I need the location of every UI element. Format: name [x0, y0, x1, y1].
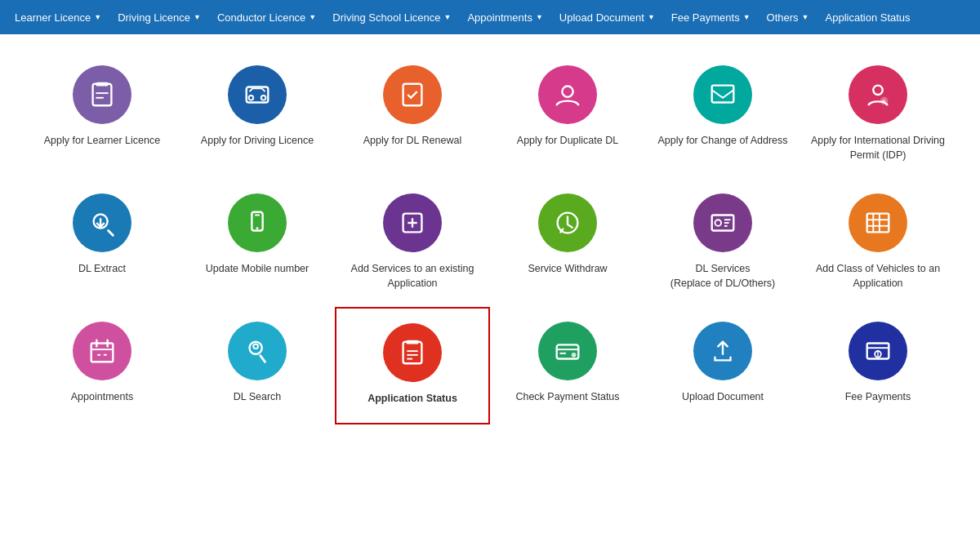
check-payment-label: Check Payment Status — [515, 390, 619, 405]
grid-item-dl-services[interactable]: DL Services(Replace of DL/Others) — [645, 179, 800, 307]
grid-item-upload-document[interactable]: Upload Document — [645, 307, 800, 424]
dl-services-icon — [693, 193, 752, 252]
svg-text:+: + — [882, 97, 886, 105]
upload-document-icon — [693, 322, 752, 380]
grid-item-apply-idp[interactable]: + Apply for International Driving Permit… — [800, 51, 956, 179]
service-withdraw-label: Service Withdraw — [528, 262, 607, 277]
add-class-vehicles-icon — [849, 193, 907, 252]
dl-extract-icon — [73, 193, 131, 252]
nav-item-conductor-licence[interactable]: Conductor Licence ▼ — [209, 0, 324, 34]
apply-idp-icon: + — [849, 65, 907, 124]
upload-document-label: Upload Document — [682, 390, 764, 405]
apply-change-address-label: Apply for Change of Address — [657, 134, 787, 149]
apply-duplicate-dl-label: Apply for Duplicate DL — [517, 134, 618, 149]
dl-search-label: DL Search — [234, 390, 282, 405]
grid-item-dl-extract[interactable]: DL Extract — [24, 179, 180, 307]
apply-driving-label: Apply for Driving Licence — [201, 134, 314, 149]
svg-rect-39 — [403, 342, 422, 364]
svg-point-6 — [261, 96, 266, 100]
grid-item-apply-dl-renewal[interactable]: Apply for DL Renewal — [335, 51, 490, 179]
nav-item-driving-licence[interactable]: Driving Licence ▼ — [109, 0, 209, 34]
application-status-icon — [383, 323, 442, 382]
grid-item-appointments[interactable]: Appointments — [24, 307, 180, 424]
grid-item-update-mobile[interactable]: Update Mobile number — [180, 179, 335, 307]
nav-item-upload-document[interactable]: Upload Document ▼ — [551, 0, 663, 34]
nav-dropdown-arrow: ▼ — [309, 13, 316, 21]
nav-item-appointments[interactable]: Appointments ▼ — [459, 0, 550, 34]
svg-rect-1 — [96, 82, 108, 87]
nav-dropdown-arrow: ▼ — [648, 13, 655, 21]
svg-point-38 — [253, 344, 258, 349]
dl-services-label: DL Services(Replace of DL/Others) — [670, 262, 776, 291]
apply-idp-label: Apply for International Driving Permit (… — [808, 134, 947, 162]
grid-item-apply-driving[interactable]: Apply for Driving Licence — [180, 51, 335, 179]
grid-item-add-class-vehicles[interactable]: Add Class of Vehicles to an Application — [800, 179, 956, 307]
svg-point-5 — [249, 96, 254, 100]
nav-item-driving-school-licence[interactable]: Driving School Licence ▼ — [324, 0, 459, 34]
svg-rect-31 — [91, 344, 114, 362]
update-mobile-icon — [228, 193, 287, 252]
svg-point-46 — [572, 353, 577, 358]
main-nav: Learner Licence ▼ Driving Licence ▼ Cond… — [0, 0, 980, 34]
nav-dropdown-arrow: ▼ — [802, 13, 809, 21]
nav-item-learner-licence[interactable]: Learner Licence ▼ — [7, 0, 109, 34]
appointments-icon — [73, 322, 131, 380]
svg-rect-26 — [867, 214, 889, 233]
svg-point-10 — [873, 86, 882, 95]
update-mobile-label: Update Mobile number — [206, 262, 309, 277]
dl-extract-label: DL Extract — [78, 262, 126, 277]
dl-search-icon — [228, 322, 287, 380]
add-class-vehicles-label: Add Class of Vehicles to an Application — [808, 262, 947, 291]
grid-item-add-services[interactable]: Add Services to an existing Application — [335, 179, 490, 307]
grid-item-service-withdraw[interactable]: Service Withdraw — [490, 179, 645, 307]
service-withdraw-icon — [538, 193, 597, 252]
grid-item-apply-change-address[interactable]: Apply for Change of Address — [645, 51, 800, 179]
svg-point-8 — [562, 87, 572, 97]
svg-rect-40 — [406, 340, 418, 344]
nav-dropdown-arrow: ▼ — [536, 13, 543, 21]
apply-change-address-icon — [693, 65, 752, 124]
nav-dropdown-arrow: ▼ — [743, 13, 751, 21]
check-payment-icon — [538, 322, 597, 380]
add-services-label: Add Services to an existing Application — [343, 262, 482, 291]
svg-point-15 — [256, 227, 259, 229]
apply-dl-renewal-icon — [383, 65, 442, 124]
nav-dropdown-arrow: ▼ — [94, 13, 101, 21]
application-status-label: Application Status — [368, 392, 457, 407]
appointments-label: Appointments — [71, 390, 133, 405]
fee-payments-label: Fee Payments — [845, 390, 911, 405]
svg-rect-7 — [403, 84, 422, 106]
apply-duplicate-dl-icon — [538, 65, 597, 124]
grid-item-check-payment[interactable]: Check Payment Status — [490, 307, 645, 424]
nav-item-fee-payments[interactable]: Fee Payments ▼ — [663, 0, 759, 34]
services-grid: Apply for Learner Licence Apply for Driv… — [0, 34, 980, 441]
grid-item-apply-learner[interactable]: Apply for Learner Licence — [24, 51, 180, 179]
fee-payments-icon — [849, 322, 907, 380]
grid-item-application-status[interactable]: Application Status — [335, 307, 490, 424]
apply-driving-icon — [228, 65, 287, 124]
nav-item-application-status[interactable]: Application Status — [817, 0, 919, 34]
svg-rect-9 — [712, 86, 734, 103]
add-services-icon — [383, 193, 442, 252]
nav-dropdown-arrow: ▼ — [444, 13, 452, 21]
apply-learner-icon — [73, 65, 131, 124]
nav-item-others[interactable]: Others ▼ — [759, 0, 817, 34]
apply-learner-label: Apply for Learner Licence — [44, 134, 160, 149]
svg-rect-0 — [93, 84, 112, 106]
nav-dropdown-arrow: ▼ — [194, 13, 201, 21]
grid-item-fee-payments[interactable]: Fee Payments — [800, 307, 956, 424]
grid-item-dl-search[interactable]: DL Search — [180, 307, 335, 424]
apply-dl-renewal-label: Apply for DL Renewal — [363, 134, 461, 149]
svg-point-22 — [715, 220, 722, 226]
grid-item-apply-duplicate-dl[interactable]: Apply for Duplicate DL — [490, 51, 645, 179]
